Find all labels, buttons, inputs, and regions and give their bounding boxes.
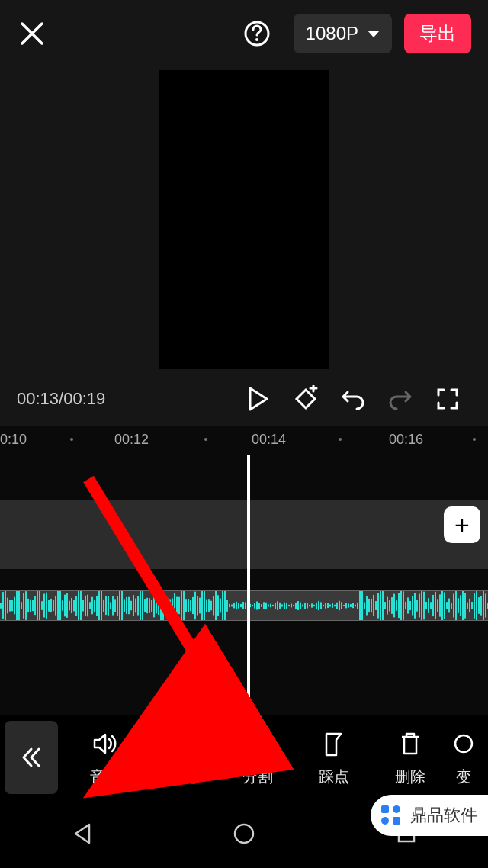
svg-rect-36 <box>75 596 77 616</box>
close-button[interactable] <box>17 18 47 49</box>
tool-split[interactable]: 分割 <box>220 728 296 787</box>
svg-rect-136 <box>304 603 306 609</box>
svg-rect-184 <box>414 593 416 619</box>
svg-rect-7 <box>9 600 11 611</box>
svg-rect-167 <box>375 601 377 610</box>
top-bar: 1080P 导出 <box>0 0 488 67</box>
svg-rect-154 <box>345 603 347 609</box>
export-button[interactable]: 导出 <box>404 14 471 53</box>
playhead[interactable] <box>247 455 250 729</box>
tool-change[interactable]: 变 <box>448 728 479 787</box>
svg-rect-118 <box>263 602 265 609</box>
tool-volume[interactable]: 音量 <box>67 728 143 787</box>
timeline-area[interactable]: + <box>0 455 488 729</box>
svg-rect-142 <box>318 601 319 610</box>
svg-rect-48 <box>103 600 104 612</box>
svg-rect-108 <box>240 604 242 607</box>
add-clip-button[interactable]: + <box>444 506 480 543</box>
tool-fade[interactable]: 淡化 <box>143 728 220 787</box>
svg-rect-56 <box>121 591 123 620</box>
collapse-tools-button[interactable] <box>5 721 58 794</box>
svg-rect-35 <box>73 600 75 612</box>
svg-rect-52 <box>112 596 114 615</box>
svg-rect-150 <box>336 603 338 609</box>
svg-rect-109 <box>242 602 244 609</box>
change-icon <box>448 728 479 759</box>
help-button[interactable] <box>242 18 272 49</box>
fullscreen-button[interactable] <box>424 379 471 419</box>
svg-rect-15 <box>27 599 29 612</box>
svg-rect-212 <box>478 597 480 614</box>
svg-rect-119 <box>265 603 267 609</box>
svg-rect-139 <box>311 603 313 607</box>
svg-rect-25 <box>50 599 52 612</box>
svg-rect-116 <box>258 603 260 609</box>
svg-rect-117 <box>261 604 262 607</box>
svg-rect-97 <box>215 591 217 620</box>
svg-rect-6 <box>7 598 8 614</box>
tool-beat[interactable]: 踩点 <box>296 728 372 787</box>
tool-label: 删除 <box>395 767 425 787</box>
svg-rect-84 <box>185 599 187 612</box>
keyframe-button[interactable] <box>282 379 329 419</box>
svg-rect-100 <box>222 591 223 620</box>
svg-rect-207 <box>467 603 468 609</box>
svg-rect-81 <box>178 597 180 614</box>
svg-rect-38 <box>80 591 82 620</box>
resolution-label: 1080P <box>306 23 358 44</box>
undo-button[interactable] <box>329 379 377 419</box>
svg-rect-146 <box>327 603 329 608</box>
svg-rect-134 <box>300 603 301 609</box>
nav-back-button[interactable] <box>66 818 97 849</box>
svg-rect-210 <box>474 593 475 619</box>
svg-rect-95 <box>210 601 212 611</box>
svg-rect-94 <box>208 599 210 612</box>
svg-rect-133 <box>297 601 299 610</box>
svg-rect-151 <box>339 601 340 610</box>
svg-rect-176 <box>396 600 397 611</box>
transport-bar: 00:13/00:19 <box>0 372 488 426</box>
plus-icon: + <box>454 512 470 538</box>
svg-rect-179 <box>403 591 404 620</box>
svg-rect-11 <box>18 591 20 620</box>
svg-rect-51 <box>110 602 111 609</box>
svg-rect-165 <box>371 599 372 612</box>
svg-rect-206 <box>464 593 466 618</box>
svg-rect-16 <box>30 600 31 612</box>
resolution-selector[interactable]: 1080P <box>294 14 392 53</box>
svg-rect-40 <box>85 596 86 616</box>
svg-rect-171 <box>384 602 386 609</box>
svg-rect-77 <box>169 600 171 612</box>
nav-home-button[interactable] <box>229 818 259 849</box>
svg-rect-59 <box>128 597 130 615</box>
svg-rect-83 <box>183 591 185 620</box>
play-button[interactable] <box>235 379 282 419</box>
svg-rect-156 <box>350 604 352 607</box>
svg-rect-149 <box>334 605 336 606</box>
svg-rect-67 <box>146 598 148 613</box>
watermark-badge: 鼎品软件 <box>371 795 488 836</box>
svg-rect-168 <box>377 593 379 618</box>
svg-rect-132 <box>295 603 297 609</box>
svg-rect-66 <box>144 599 146 612</box>
svg-rect-75 <box>165 599 166 612</box>
svg-rect-99 <box>220 599 221 613</box>
audio-track[interactable] <box>0 590 488 621</box>
svg-rect-10 <box>16 591 18 620</box>
video-preview[interactable] <box>159 70 329 369</box>
svg-rect-70 <box>153 594 155 618</box>
svg-rect-21 <box>41 601 43 610</box>
video-track[interactable] <box>0 500 488 569</box>
svg-rect-178 <box>400 591 402 620</box>
svg-rect-82 <box>181 591 182 620</box>
svg-rect-125 <box>279 603 281 609</box>
delete-icon <box>395 728 425 759</box>
svg-rect-45 <box>96 596 98 616</box>
tool-delete[interactable]: 删除 <box>372 728 448 787</box>
svg-rect-105 <box>233 603 235 609</box>
timeline-ruler[interactable]: 0:1000:1200:1400:16 <box>0 426 488 455</box>
svg-rect-87 <box>192 597 194 614</box>
svg-point-226 <box>393 805 400 813</box>
split-icon <box>242 728 273 759</box>
redo-button[interactable] <box>377 379 424 419</box>
